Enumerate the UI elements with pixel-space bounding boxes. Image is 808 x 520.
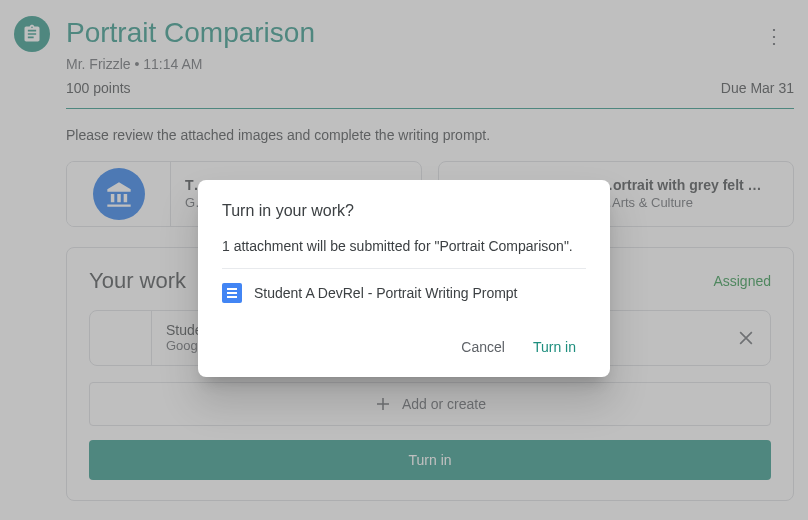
dialog-attachment-row: Student A DevRel - Portrait Writing Prom… <box>222 283 586 303</box>
dialog-divider <box>222 268 586 269</box>
google-docs-icon <box>222 283 242 303</box>
dialog-description: 1 attachment will be submitted for "Port… <box>222 238 586 254</box>
cancel-button[interactable]: Cancel <box>451 331 515 363</box>
dialog-title: Turn in your work? <box>222 202 586 220</box>
confirm-turn-in-button[interactable]: Turn in <box>523 331 586 363</box>
turn-in-dialog: Turn in your work? 1 attachment will be … <box>198 180 610 377</box>
dialog-attachment-name: Student A DevRel - Portrait Writing Prom… <box>254 285 518 301</box>
modal-overlay[interactable]: Turn in your work? 1 attachment will be … <box>0 0 808 520</box>
